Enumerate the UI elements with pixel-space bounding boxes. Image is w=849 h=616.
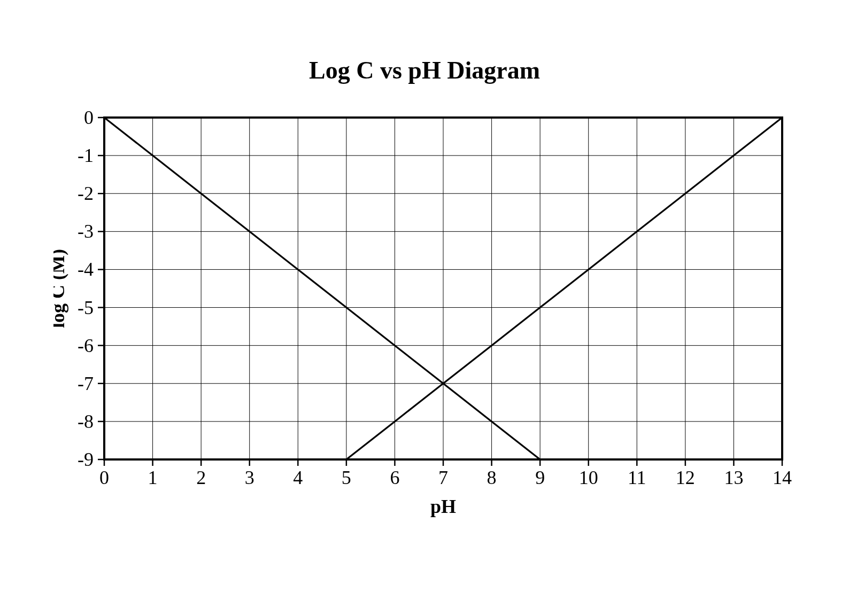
svg-text:3: 3 <box>245 467 254 488</box>
svg-text:0: 0 <box>99 467 109 488</box>
svg-text:10: 10 <box>579 467 598 488</box>
svg-text:-9: -9 <box>78 449 94 470</box>
chart-container: { "chart_data": { "type": "line", "title… <box>0 0 849 616</box>
svg-text:14: 14 <box>773 467 792 488</box>
svg-text:-2: -2 <box>78 183 94 204</box>
series-H+ <box>104 118 540 459</box>
svg-text:8: 8 <box>487 467 497 488</box>
svg-text:-5: -5 <box>78 297 94 318</box>
svg-text:-8: -8 <box>78 411 94 432</box>
y-axis-label: log C (M) <box>53 249 68 328</box>
svg-text:7: 7 <box>438 467 448 488</box>
svg-text:1: 1 <box>148 467 158 488</box>
svg-text:6: 6 <box>390 467 399 488</box>
svg-text:5: 5 <box>342 467 351 488</box>
svg-text:11: 11 <box>628 467 646 488</box>
svg-text:4: 4 <box>293 467 303 488</box>
series-OH- <box>346 118 782 459</box>
svg-text:-1: -1 <box>78 145 94 166</box>
svg-text:-7: -7 <box>78 373 94 394</box>
svg-text:-6: -6 <box>78 335 94 356</box>
svg-text:-3: -3 <box>78 221 94 242</box>
svg-text:-4: -4 <box>78 259 94 280</box>
chart-svg: 012345678910111213140-1-2-3-4-5-6-7-8-9p… <box>53 107 796 524</box>
chart-plot-area: 012345678910111213140-1-2-3-4-5-6-7-8-9p… <box>53 107 796 524</box>
svg-text:2: 2 <box>196 467 206 488</box>
svg-text:9: 9 <box>535 467 545 488</box>
chart-title: Log C vs pH Diagram <box>0 56 849 84</box>
svg-text:0: 0 <box>84 107 94 128</box>
svg-text:12: 12 <box>676 467 695 488</box>
svg-text:13: 13 <box>724 467 743 488</box>
x-axis-label: pH <box>430 496 456 517</box>
